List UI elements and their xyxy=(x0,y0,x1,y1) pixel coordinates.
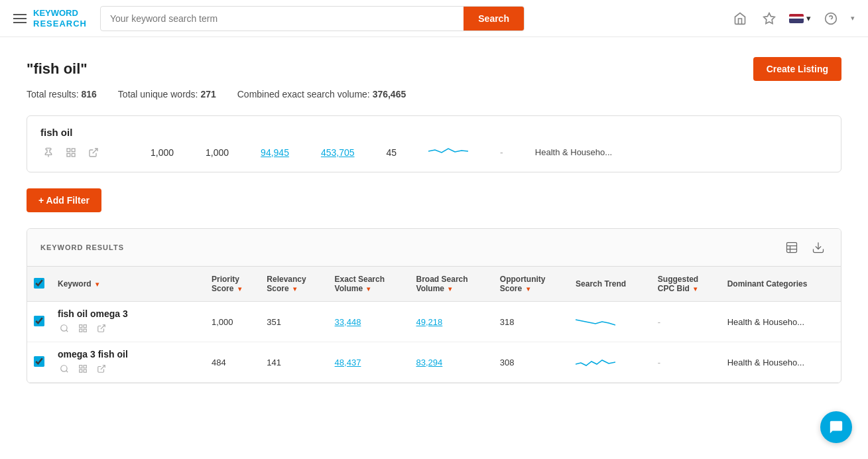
row1-cpc: - xyxy=(651,302,721,342)
row1-keyword-cell: fish oil omega 3 xyxy=(51,302,205,342)
row2-checkbox[interactable] xyxy=(34,356,44,367)
hamburger-menu[interactable] xyxy=(13,14,27,23)
grid-card-icon[interactable] xyxy=(63,145,79,161)
search-button[interactable]: Search xyxy=(464,7,524,31)
exact-sort-icon[interactable]: ▾ xyxy=(367,285,370,293)
row1-broad: 49,218 xyxy=(410,302,493,342)
svg-rect-5 xyxy=(67,153,70,157)
results-table: Keyword ▾ PriorityScore ▾ RelevancyScore… xyxy=(27,267,841,383)
seed-trend xyxy=(428,143,468,161)
row1-relevancy: 351 xyxy=(260,302,328,342)
cpc-sort-icon[interactable]: ▾ xyxy=(694,285,697,293)
pin-card-icon[interactable] xyxy=(40,145,56,161)
svg-line-14 xyxy=(66,330,68,332)
seed-exact-search[interactable]: 94,945 xyxy=(261,147,289,158)
logo-text-bottom: RESEARCH xyxy=(33,19,87,29)
row1-checkbox-cell xyxy=(27,302,51,342)
seed-cpc: - xyxy=(500,147,503,158)
th-categories: Dominant Categories xyxy=(721,267,841,302)
svg-rect-16 xyxy=(84,325,86,328)
download-icon[interactable] xyxy=(809,238,828,257)
th-keyword: Keyword ▾ xyxy=(51,267,205,302)
th-cpc: SuggestedCPC Bid ▾ xyxy=(651,267,721,302)
seed-relevancy-score: 1,000 xyxy=(206,147,229,158)
row2-search-icon[interactable] xyxy=(58,362,71,375)
page-title-row: "fish oil" Create Listing xyxy=(27,57,841,81)
language-selector[interactable]: ▾ xyxy=(789,13,811,23)
th-opportunity: OpportunityScore ▾ xyxy=(493,267,569,302)
results-actions xyxy=(782,238,828,257)
chevron-down-icon: ▾ xyxy=(806,13,811,23)
add-filter-button[interactable]: + Add Filter xyxy=(27,188,101,212)
row2-keyword-name: omega 3 fish oil xyxy=(58,349,198,360)
table-header-row: Keyword ▾ PriorityScore ▾ RelevancyScore… xyxy=(27,267,841,302)
row2-exact: 48,437 xyxy=(328,342,410,383)
main-content: "fish oil" Create Listing Total results:… xyxy=(0,37,868,403)
relevancy-sort-icon[interactable]: ▾ xyxy=(293,285,296,293)
opportunity-sort-icon[interactable]: ▾ xyxy=(527,285,530,293)
svg-rect-22 xyxy=(80,365,82,368)
logo: KEYWORD RESEARCH xyxy=(33,8,87,29)
th-relevancy: RelevancyScore ▾ xyxy=(260,267,328,302)
pin-icon[interactable] xyxy=(760,9,778,28)
seed-category: Health & Househo... xyxy=(535,147,612,157)
row1-keyword-name: fish oil omega 3 xyxy=(58,308,198,319)
home-icon[interactable] xyxy=(731,9,749,28)
search-input[interactable] xyxy=(101,8,464,29)
svg-line-7 xyxy=(93,149,97,153)
help-chevron-icon: ▾ xyxy=(851,14,855,23)
row2-grid-icon[interactable] xyxy=(76,362,90,375)
svg-line-21 xyxy=(66,371,68,373)
help-icon[interactable] xyxy=(822,9,840,28)
svg-rect-4 xyxy=(72,149,75,152)
th-checkbox xyxy=(27,267,51,302)
svg-rect-23 xyxy=(84,365,86,368)
export-icon[interactable] xyxy=(782,238,801,257)
row1-category: Health & Househo... xyxy=(721,302,841,342)
select-all-checkbox[interactable] xyxy=(34,278,44,289)
combined-volume: Combined exact search volume: 376,465 xyxy=(237,89,406,99)
external-link-card-icon[interactable] xyxy=(86,145,101,161)
seed-card-icons xyxy=(40,145,101,161)
keyword-sort-icon[interactable]: ▾ xyxy=(95,281,99,288)
svg-rect-17 xyxy=(80,329,82,332)
svg-line-19 xyxy=(101,325,105,329)
row2-external-icon[interactable] xyxy=(95,362,108,375)
row1-grid-icon[interactable] xyxy=(76,322,90,335)
table-row: fish oil omega 3 xyxy=(27,302,841,342)
row2-trend xyxy=(569,342,651,383)
create-listing-button[interactable]: Create Listing xyxy=(753,57,841,81)
total-unique: Total unique words: 271 xyxy=(118,89,216,99)
row1-exact: 33,448 xyxy=(328,302,410,342)
total-results: Total results: 816 xyxy=(27,89,97,99)
priority-sort-icon[interactable]: ▾ xyxy=(238,285,241,293)
broad-sort-icon[interactable]: ▾ xyxy=(448,285,452,293)
th-priority: PriorityScore ▾ xyxy=(205,267,260,302)
results-title: KEYWORD RESULTS xyxy=(40,243,124,251)
svg-rect-15 xyxy=(80,325,82,328)
logo-text-top: KEYWORD xyxy=(33,8,87,19)
row2-keyword-cell: omega 3 fish oil xyxy=(51,342,205,383)
seed-broad-search[interactable]: 453,705 xyxy=(321,147,355,158)
svg-line-26 xyxy=(101,365,105,369)
th-exact-search: Exact SearchVolume ▾ xyxy=(328,267,410,302)
stats-row: Total results: 816 Total unique words: 2… xyxy=(27,89,841,99)
row1-external-icon[interactable] xyxy=(95,322,108,335)
table-row: omega 3 fish oil xyxy=(27,342,841,383)
svg-rect-8 xyxy=(787,243,797,253)
svg-rect-6 xyxy=(72,153,75,157)
row2-kw-icons xyxy=(58,362,198,375)
row2-relevancy: 141 xyxy=(260,342,328,383)
row2-opportunity: 308 xyxy=(493,342,569,383)
row2-category: Health & Househo... xyxy=(721,342,841,383)
results-section: KEYWORD RESULTS Keyword ▾ xyxy=(27,228,841,383)
page-title: "fish oil" xyxy=(27,60,88,78)
row1-search-icon[interactable] xyxy=(58,322,71,335)
row1-checkbox[interactable] xyxy=(34,316,44,326)
row2-checkbox-cell xyxy=(27,342,51,383)
svg-rect-24 xyxy=(80,369,82,372)
row2-priority: 484 xyxy=(205,342,260,383)
seed-keyword-card: fish oil 1,000 1,000 94,945 453,705 45 xyxy=(27,115,841,172)
search-bar: Search xyxy=(100,6,525,31)
header-right: ▾ ▾ xyxy=(731,9,855,28)
